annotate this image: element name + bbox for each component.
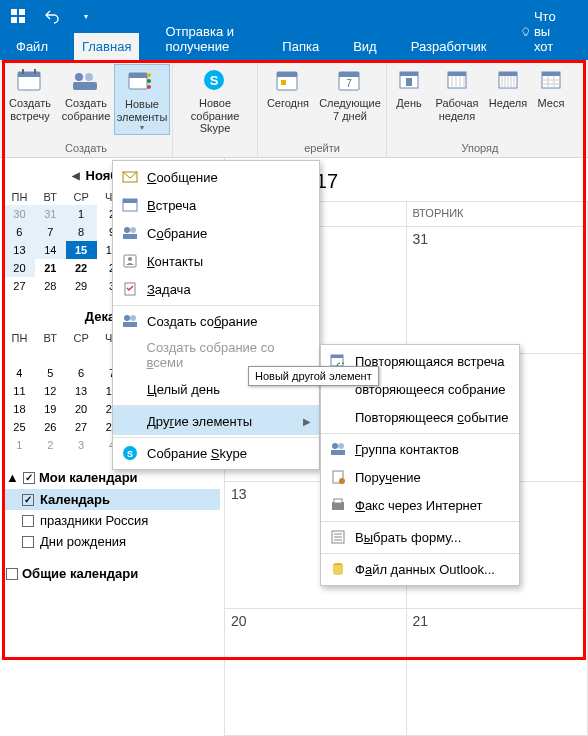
svg-rect-52 bbox=[123, 234, 137, 239]
mini-cal-day[interactable]: 26 bbox=[35, 418, 66, 436]
calendar-item[interactable]: ✓Календарь bbox=[4, 489, 220, 510]
menu-contacts[interactable]: Контакты bbox=[113, 247, 319, 275]
svg-text:7: 7 bbox=[346, 78, 352, 89]
svg-rect-23 bbox=[339, 72, 359, 77]
mini-cal-day[interactable]: 19 bbox=[35, 400, 66, 418]
mini-cal-day[interactable]: 7 bbox=[35, 223, 66, 241]
mini-cal-day[interactable]: 25 bbox=[4, 418, 35, 436]
shared-calendars-header[interactable]: Общие календари bbox=[4, 562, 220, 585]
birthdays-item[interactable]: Дни рождения bbox=[4, 531, 220, 552]
mini-cal-day[interactable]: 6 bbox=[66, 364, 97, 382]
mini-cal-day[interactable]: 6 bbox=[4, 223, 35, 241]
mini-cal-day[interactable]: 8 bbox=[66, 223, 97, 241]
week-view-label: Неделя bbox=[489, 97, 527, 110]
tab-home[interactable]: Главная bbox=[74, 33, 139, 60]
submenu-contact-group[interactable]: Группа контактов bbox=[321, 433, 519, 463]
new-appointment-button[interactable]: Создать встречу bbox=[2, 64, 58, 135]
menu-skype-meeting[interactable]: SСобрание Skype bbox=[113, 437, 319, 467]
mini-cal-day[interactable]: 15 bbox=[66, 241, 97, 259]
menu-other-items[interactable]: Другие элементы▶ bbox=[113, 405, 319, 435]
week-view-button[interactable]: Неделя bbox=[485, 64, 531, 124]
svg-rect-2 bbox=[11, 17, 17, 23]
submenu-data-file[interactable]: Файл данных Outlook... bbox=[321, 553, 519, 583]
svg-rect-58 bbox=[123, 322, 137, 327]
tab-sendreceive[interactable]: Отправка и получение bbox=[157, 18, 256, 60]
mini-cal-day[interactable] bbox=[35, 346, 66, 364]
svg-point-64 bbox=[338, 443, 344, 449]
svg-rect-7 bbox=[22, 69, 24, 74]
new-meeting-button[interactable]: Создать собрание bbox=[58, 64, 114, 135]
titlebar: ▾ bbox=[0, 0, 588, 32]
menu-meeting[interactable]: Собрание bbox=[113, 219, 319, 247]
mini-cal-day[interactable]: 1 bbox=[66, 205, 97, 223]
svg-rect-69 bbox=[334, 499, 342, 503]
svg-rect-8 bbox=[34, 69, 36, 74]
mini-cal-day[interactable]: 1 bbox=[4, 436, 35, 454]
submenu-assignment[interactable]: Поручение bbox=[321, 463, 519, 491]
prev-month-icon[interactable]: ◀ bbox=[72, 170, 80, 181]
mini-cal-day[interactable]: 28 bbox=[35, 277, 66, 295]
month-view-button[interactable]: Меся bbox=[531, 64, 571, 124]
day-cell[interactable]: 20 bbox=[225, 609, 407, 735]
svg-point-54 bbox=[128, 257, 132, 261]
mini-cal-day[interactable] bbox=[4, 346, 35, 364]
checkbox-icon[interactable] bbox=[22, 515, 34, 527]
mini-cal-day[interactable]: 13 bbox=[66, 382, 97, 400]
checkbox-icon[interactable]: ✓ bbox=[23, 472, 35, 484]
menu-appointment[interactable]: Встреча bbox=[113, 191, 319, 219]
submenu-choose-form[interactable]: Выбрать форму... bbox=[321, 521, 519, 551]
mini-cal-day[interactable]: 30 bbox=[4, 205, 35, 223]
mini-cal-day[interactable]: 21 bbox=[35, 259, 66, 277]
svg-point-51 bbox=[130, 227, 136, 233]
tab-developer[interactable]: Разработчик bbox=[403, 33, 495, 60]
mini-cal-day[interactable]: 12 bbox=[35, 382, 66, 400]
svg-point-15 bbox=[147, 79, 151, 83]
menu-message[interactable]: ССообщениеообщение bbox=[113, 163, 319, 191]
menu-task[interactable]: Задача bbox=[113, 275, 319, 303]
mini-cal-day[interactable]: 11 bbox=[4, 382, 35, 400]
mini-cal-day[interactable]: 2 bbox=[35, 436, 66, 454]
menu-create-meeting[interactable]: Создать собрание bbox=[113, 305, 319, 335]
mini-cal-day[interactable]: 22 bbox=[66, 259, 97, 277]
today-button[interactable]: Сегодня bbox=[260, 64, 316, 124]
mini-cal-day[interactable]: 20 bbox=[4, 259, 35, 277]
day-cell[interactable]: 21 bbox=[407, 609, 589, 735]
mini-cal-day[interactable]: 14 bbox=[35, 241, 66, 259]
mini-cal-day[interactable]: 31 bbox=[35, 205, 66, 223]
tab-file[interactable]: Файл bbox=[8, 33, 56, 60]
day-cell[interactable]: 31 bbox=[407, 227, 589, 353]
tab-view[interactable]: Вид bbox=[345, 33, 385, 60]
mini-cal-day[interactable]: 13 bbox=[4, 241, 35, 259]
svg-rect-26 bbox=[400, 72, 418, 76]
mini-cal-day[interactable]: 4 bbox=[4, 364, 35, 382]
svg-rect-29 bbox=[448, 72, 466, 76]
mini-cal-day[interactable]: 29 bbox=[66, 277, 97, 295]
tab-folder[interactable]: Папка bbox=[274, 33, 327, 60]
skype-meeting-button[interactable]: S Новое собрание Skype bbox=[175, 64, 255, 137]
submenu-fax[interactable]: Факс через Интернет bbox=[321, 491, 519, 519]
qat-custom-icon[interactable]: ▾ bbox=[74, 4, 98, 28]
mini-cal-day[interactable]: 3 bbox=[66, 436, 97, 454]
checkbox-icon[interactable] bbox=[22, 536, 34, 548]
mini-cal-day[interactable] bbox=[66, 346, 97, 364]
next7days-button[interactable]: 7 Следующие 7 дней bbox=[316, 64, 384, 124]
ribbon: Создать встречу Создать собрание Новые э… bbox=[0, 60, 588, 158]
new-appointment-label: Создать встречу bbox=[3, 97, 57, 122]
checkbox-icon[interactable] bbox=[6, 568, 18, 580]
checkbox-icon[interactable]: ✓ bbox=[22, 494, 34, 506]
new-items-button[interactable]: Новые элементы▾ bbox=[114, 64, 170, 135]
workweek-view-button[interactable]: Рабочая неделя bbox=[429, 64, 485, 124]
undo-icon[interactable] bbox=[40, 4, 64, 28]
mini-cal-day[interactable]: 27 bbox=[66, 418, 97, 436]
holidays-item[interactable]: праздники Россия bbox=[4, 510, 220, 531]
day-view-button[interactable]: День bbox=[389, 64, 429, 124]
submenu-recurring-event[interactable]: Повторяющееся событие bbox=[321, 403, 519, 431]
new-items-menu: ССообщениеообщение Встреча Собрание Конт… bbox=[112, 160, 320, 470]
mini-cal-day[interactable]: 20 bbox=[66, 400, 97, 418]
birthdays-item-label: Дни рождения bbox=[40, 534, 126, 549]
mini-cal-day[interactable]: 18 bbox=[4, 400, 35, 418]
tab-tellme[interactable]: Что вы хот bbox=[513, 3, 581, 60]
mini-cal-day[interactable]: 27 bbox=[4, 277, 35, 295]
mini-cal-day[interactable]: 5 bbox=[35, 364, 66, 382]
group-goto-label: ерейти bbox=[260, 140, 384, 155]
